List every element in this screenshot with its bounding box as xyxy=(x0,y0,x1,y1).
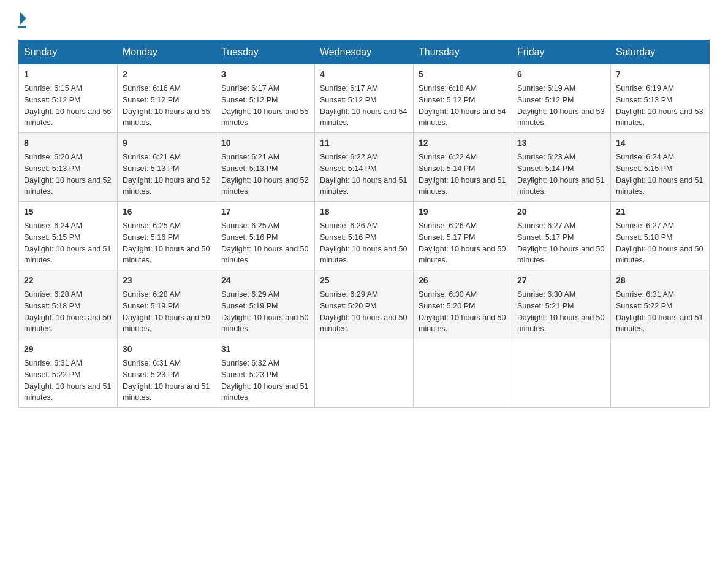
day-daylight: Daylight: 10 hours and 50 minutes. xyxy=(123,313,210,334)
calendar-cell xyxy=(315,339,414,408)
day-sunrise: Sunrise: 6:20 AM xyxy=(24,153,82,161)
calendar-cell: 11Sunrise: 6:22 AMSunset: 5:14 PMDayligh… xyxy=(315,133,414,202)
day-sunset: Sunset: 5:20 PM xyxy=(419,302,475,310)
day-daylight: Daylight: 10 hours and 50 minutes. xyxy=(517,245,604,265)
day-sunset: Sunset: 5:13 PM xyxy=(616,96,672,104)
calendar-cell: 27Sunrise: 6:30 AMSunset: 5:21 PMDayligh… xyxy=(512,270,611,339)
day-sunset: Sunset: 5:16 PM xyxy=(320,233,376,242)
day-sunrise: Sunrise: 6:29 AM xyxy=(221,290,279,299)
day-daylight: Daylight: 10 hours and 50 minutes. xyxy=(221,245,308,265)
day-daylight: Daylight: 10 hours and 52 minutes. xyxy=(123,176,210,196)
day-sunrise: Sunrise: 6:17 AM xyxy=(320,84,378,93)
calendar-header-tuesday: Tuesday xyxy=(216,40,315,64)
day-number: 5 xyxy=(419,68,507,81)
day-sunset: Sunset: 5:23 PM xyxy=(221,370,278,379)
day-daylight: Daylight: 10 hours and 50 minutes. xyxy=(320,313,407,334)
day-sunrise: Sunrise: 6:27 AM xyxy=(517,221,575,230)
calendar-week-row: 29Sunrise: 6:31 AMSunset: 5:22 PMDayligh… xyxy=(19,339,710,408)
day-daylight: Daylight: 10 hours and 50 minutes. xyxy=(517,313,604,334)
calendar-header-sunday: Sunday xyxy=(19,40,118,64)
day-sunset: Sunset: 5:18 PM xyxy=(616,233,672,242)
day-sunrise: Sunrise: 6:32 AM xyxy=(221,359,279,367)
day-daylight: Daylight: 10 hours and 52 minutes. xyxy=(24,176,111,196)
day-sunset: Sunset: 5:12 PM xyxy=(221,96,278,104)
day-daylight: Daylight: 10 hours and 50 minutes. xyxy=(419,313,506,334)
day-sunset: Sunset: 5:13 PM xyxy=(221,164,278,173)
day-daylight: Daylight: 10 hours and 51 minutes. xyxy=(517,176,604,196)
day-sunrise: Sunrise: 6:27 AM xyxy=(616,221,674,230)
day-sunset: Sunset: 5:19 PM xyxy=(221,302,278,310)
day-number: 1 xyxy=(24,68,112,81)
day-sunset: Sunset: 5:14 PM xyxy=(517,164,574,173)
calendar-header-row: SundayMondayTuesdayWednesdayThursdayFrid… xyxy=(19,40,710,64)
calendar-table: SundayMondayTuesdayWednesdayThursdayFrid… xyxy=(18,40,710,408)
day-sunset: Sunset: 5:13 PM xyxy=(123,164,179,173)
day-daylight: Daylight: 10 hours and 51 minutes. xyxy=(221,382,308,402)
day-sunrise: Sunrise: 6:22 AM xyxy=(419,153,477,161)
calendar-cell: 24Sunrise: 6:29 AMSunset: 5:19 PMDayligh… xyxy=(216,270,315,339)
day-daylight: Daylight: 10 hours and 50 minutes. xyxy=(24,313,111,334)
calendar-cell: 14Sunrise: 6:24 AMSunset: 5:15 PMDayligh… xyxy=(611,133,710,202)
day-sunset: Sunset: 5:14 PM xyxy=(320,164,376,173)
day-daylight: Daylight: 10 hours and 53 minutes. xyxy=(517,107,604,128)
day-number: 22 xyxy=(24,274,112,287)
day-sunrise: Sunrise: 6:29 AM xyxy=(320,290,378,299)
day-sunrise: Sunrise: 6:26 AM xyxy=(320,221,378,230)
day-number: 2 xyxy=(123,68,211,81)
day-number: 10 xyxy=(221,137,309,150)
day-sunset: Sunset: 5:12 PM xyxy=(320,96,376,104)
calendar-header-saturday: Saturday xyxy=(611,40,710,64)
day-sunrise: Sunrise: 6:31 AM xyxy=(24,359,82,367)
day-number: 12 xyxy=(419,137,507,150)
day-daylight: Daylight: 10 hours and 50 minutes. xyxy=(616,245,703,265)
day-daylight: Daylight: 10 hours and 52 minutes. xyxy=(221,176,308,196)
calendar-cell: 12Sunrise: 6:22 AMSunset: 5:14 PMDayligh… xyxy=(414,133,512,202)
calendar-cell: 2Sunrise: 6:16 AMSunset: 5:12 PMDaylight… xyxy=(118,64,216,133)
calendar-header-wednesday: Wednesday xyxy=(315,40,414,64)
day-number: 25 xyxy=(320,274,408,287)
day-number: 30 xyxy=(123,343,211,356)
day-number: 9 xyxy=(123,137,211,150)
day-sunrise: Sunrise: 6:30 AM xyxy=(419,290,477,299)
calendar-header-thursday: Thursday xyxy=(414,40,512,64)
calendar-cell: 25Sunrise: 6:29 AMSunset: 5:20 PMDayligh… xyxy=(315,270,414,339)
day-sunset: Sunset: 5:15 PM xyxy=(24,233,80,242)
calendar-cell: 6Sunrise: 6:19 AMSunset: 5:12 PMDaylight… xyxy=(512,64,611,133)
day-sunset: Sunset: 5:19 PM xyxy=(123,302,179,310)
calendar-cell: 21Sunrise: 6:27 AMSunset: 5:18 PMDayligh… xyxy=(611,202,710,270)
day-number: 27 xyxy=(517,274,605,287)
day-sunrise: Sunrise: 6:18 AM xyxy=(419,84,477,93)
day-daylight: Daylight: 10 hours and 51 minutes. xyxy=(616,313,703,334)
calendar-cell xyxy=(512,339,611,408)
calendar-cell: 15Sunrise: 6:24 AMSunset: 5:15 PMDayligh… xyxy=(19,202,118,270)
calendar-week-row: 8Sunrise: 6:20 AMSunset: 5:13 PMDaylight… xyxy=(19,133,710,202)
calendar-cell: 5Sunrise: 6:18 AMSunset: 5:12 PMDaylight… xyxy=(414,64,512,133)
day-number: 3 xyxy=(221,68,309,81)
calendar-header-monday: Monday xyxy=(118,40,216,64)
day-sunrise: Sunrise: 6:19 AM xyxy=(616,84,674,93)
day-number: 13 xyxy=(517,137,605,150)
day-number: 6 xyxy=(517,68,605,81)
day-sunrise: Sunrise: 6:21 AM xyxy=(221,153,279,161)
calendar-cell: 8Sunrise: 6:20 AMSunset: 5:13 PMDaylight… xyxy=(19,133,118,202)
logo-triangle-icon xyxy=(20,12,26,25)
calendar-cell xyxy=(414,339,512,408)
day-sunrise: Sunrise: 6:24 AM xyxy=(616,153,674,161)
day-sunrise: Sunrise: 6:26 AM xyxy=(419,221,477,230)
logo-underline xyxy=(18,26,26,28)
day-sunset: Sunset: 5:14 PM xyxy=(419,164,475,173)
day-sunset: Sunset: 5:17 PM xyxy=(517,233,574,242)
day-number: 15 xyxy=(24,205,112,218)
day-number: 29 xyxy=(24,343,112,356)
day-number: 11 xyxy=(320,137,408,150)
day-sunset: Sunset: 5:12 PM xyxy=(123,96,179,104)
calendar-week-row: 15Sunrise: 6:24 AMSunset: 5:15 PMDayligh… xyxy=(19,202,710,270)
day-sunset: Sunset: 5:12 PM xyxy=(24,96,80,104)
day-sunset: Sunset: 5:18 PM xyxy=(24,302,80,310)
day-daylight: Daylight: 10 hours and 50 minutes. xyxy=(320,245,407,265)
day-number: 16 xyxy=(123,205,211,218)
day-daylight: Daylight: 10 hours and 54 minutes. xyxy=(419,107,506,128)
day-sunset: Sunset: 5:12 PM xyxy=(419,96,475,104)
calendar-cell: 1Sunrise: 6:15 AMSunset: 5:12 PMDaylight… xyxy=(19,64,118,133)
day-sunrise: Sunrise: 6:17 AM xyxy=(221,84,279,93)
